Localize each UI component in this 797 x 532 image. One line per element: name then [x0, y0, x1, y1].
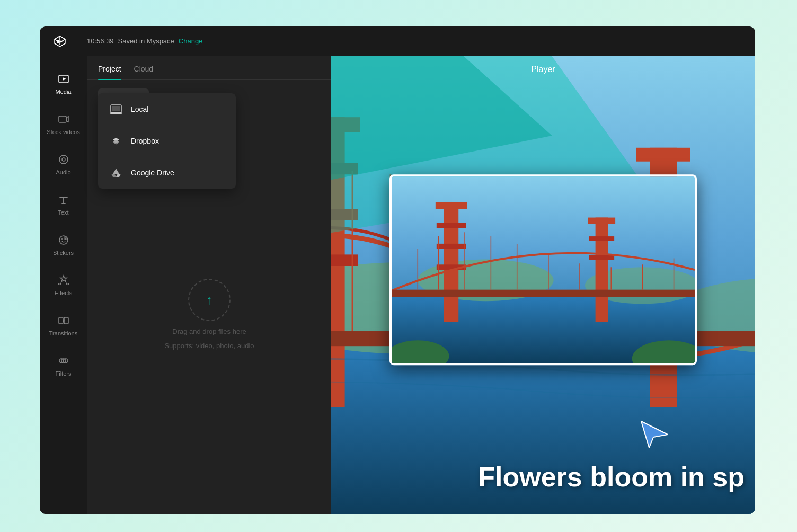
supports-text: Supports: video, photo, audio	[164, 342, 254, 350]
svg-point-5	[59, 155, 68, 164]
svg-rect-30	[636, 148, 690, 162]
svg-rect-51	[444, 202, 459, 322]
svg-rect-60	[392, 290, 695, 297]
bloom-text: Flowers bloom in sp	[478, 461, 755, 493]
dropdown-item-local[interactable]: Local	[98, 93, 236, 125]
svg-rect-58	[589, 236, 614, 241]
stickers-icon	[57, 234, 70, 246]
sidebar-item-effects[interactable]: Effects	[42, 266, 85, 304]
sidebar-label-audio: Audio	[56, 169, 70, 175]
change-link[interactable]: Change	[179, 37, 203, 45]
svg-rect-54	[437, 244, 466, 249]
sidebar-label-stickers: Stickers	[53, 250, 74, 256]
effects-icon	[57, 274, 70, 287]
svg-point-9	[65, 238, 66, 240]
svg-marker-3	[63, 77, 66, 81]
logo	[50, 32, 69, 51]
filters-icon	[57, 354, 70, 367]
svg-point-10	[58, 283, 60, 285]
sidebar-label-effects: Effects	[55, 290, 72, 296]
svg-rect-26	[331, 163, 358, 175]
dropbox-icon	[109, 134, 123, 148]
transitions-icon	[57, 314, 70, 327]
player-area: Player	[331, 56, 755, 514]
top-bar: 10:56:39 Saved in Myspace Change	[40, 26, 755, 56]
sidebar-label-stock: Stock videos	[47, 129, 79, 135]
google-drive-icon	[109, 165, 123, 180]
preview-inner	[392, 176, 695, 363]
upload-arrow-icon: ↑	[188, 279, 231, 321]
timestamp: 10:56:39	[87, 37, 114, 45]
preview-thumbnail	[389, 174, 697, 365]
sidebar-item-text[interactable]: Text	[42, 185, 85, 224]
top-bar-info: 10:56:39 Saved in Myspace Change	[87, 37, 202, 45]
dropdown-item-google-drive[interactable]: Google Drive	[98, 157, 236, 189]
local-icon	[109, 102, 123, 117]
svg-point-11	[67, 283, 68, 285]
dropdown-item-dropbox[interactable]: Dropbox	[98, 125, 236, 157]
app-window: 10:56:39 Saved in Myspace Change Media	[40, 26, 755, 514]
panel-tabs: Project Cloud	[87, 56, 331, 80]
svg-rect-0	[57, 40, 59, 43]
sidebar-item-audio[interactable]: Audio	[42, 145, 85, 183]
main-content: Media Stock videos	[40, 56, 755, 514]
tab-cloud[interactable]: Cloud	[134, 65, 154, 79]
svg-rect-52	[436, 202, 467, 209]
drag-text: Drag and drop files here	[172, 327, 246, 335]
svg-point-6	[62, 158, 65, 161]
svg-rect-59	[589, 255, 614, 260]
sidebar-item-transitions[interactable]: Transitions	[42, 306, 85, 344]
svg-marker-73	[641, 421, 668, 448]
svg-rect-28	[331, 254, 358, 266]
sidebar-item-stock-videos[interactable]: Stock videos	[42, 105, 85, 143]
sidebar-label-filters: Filters	[56, 370, 72, 377]
upload-dropdown: Local Dropbox	[98, 93, 236, 189]
stock-videos-icon	[57, 113, 70, 126]
svg-rect-12	[59, 317, 63, 324]
dropbox-label: Dropbox	[131, 137, 159, 145]
sidebar-item-stickers[interactable]: Stickers	[42, 226, 85, 264]
svg-rect-13	[64, 317, 68, 324]
audio-icon	[57, 153, 70, 166]
svg-rect-27	[331, 209, 358, 220]
local-label: Local	[131, 105, 148, 113]
tab-project[interactable]: Project	[98, 65, 121, 79]
sidebar-label-text: Text	[58, 209, 68, 216]
svg-rect-25	[331, 117, 360, 132]
player-title: Player	[331, 65, 755, 74]
svg-rect-4	[59, 116, 66, 122]
svg-rect-57	[588, 218, 615, 224]
svg-point-8	[61, 238, 63, 240]
cursor-arrow	[639, 419, 670, 450]
sidebar: Media Stock videos	[40, 56, 87, 514]
top-bar-divider	[78, 34, 78, 49]
svg-rect-53	[437, 223, 466, 228]
svg-rect-18	[110, 112, 122, 114]
sidebar-label-transitions: Transitions	[49, 330, 77, 336]
text-icon	[57, 193, 70, 206]
svg-rect-56	[596, 218, 608, 322]
middle-panel: Project Cloud Upload ⌃	[87, 56, 331, 514]
save-status: Saved in Myspace	[118, 37, 174, 45]
google-drive-label: Google Drive	[131, 169, 174, 177]
media-icon	[57, 73, 70, 85]
svg-rect-19	[112, 106, 120, 111]
sidebar-label-media: Media	[56, 88, 72, 95]
sidebar-item-media[interactable]: Media	[42, 65, 85, 103]
sidebar-item-filters[interactable]: Filters	[42, 347, 85, 385]
